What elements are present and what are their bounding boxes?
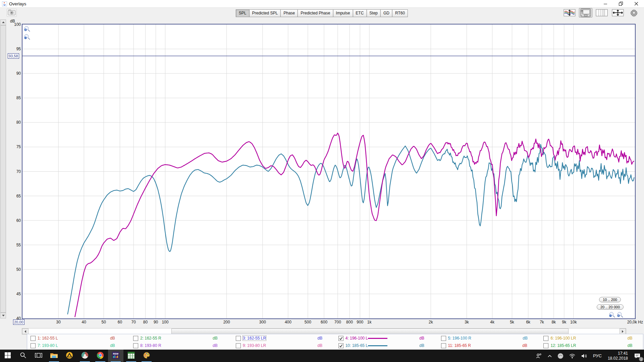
legend-label[interactable]: 2: 162-55 R <box>140 336 161 341</box>
legend-entry: 1: 162-55 LdB <box>27 335 130 342</box>
restore-button[interactable] <box>613 0 629 7</box>
legend-checkbox[interactable] <box>133 343 138 348</box>
minimize-button[interactable] <box>598 0 613 7</box>
y-tick-label: 50 <box>6 267 21 272</box>
legend-checkbox[interactable] <box>31 336 36 341</box>
x-range-10-200-button[interactable]: 10 .. 200 <box>599 297 621 302</box>
tab-gd[interactable]: GD <box>380 9 392 17</box>
scroll-right-arrow[interactable] <box>620 328 626 334</box>
legend-label[interactable]: 9: 193-80 LR <box>243 343 266 348</box>
legend-checkbox[interactable] <box>236 336 241 341</box>
reaper-app[interactable] <box>77 350 93 362</box>
legend-label[interactable]: 4: 196-100 L <box>345 336 368 341</box>
legend-unit-label: dB <box>109 343 115 348</box>
zoom-in-x-icon[interactable] <box>617 312 624 318</box>
task-view-button[interactable] <box>31 350 46 362</box>
legend-label[interactable]: 6: 196-100 LR <box>550 336 576 341</box>
close-button[interactable] <box>629 0 644 7</box>
graph-settings-gear-icon[interactable] <box>627 8 641 17</box>
legend-checkbox[interactable] <box>543 343 548 348</box>
legend-label[interactable]: 8: 193-80 R <box>140 343 161 348</box>
wifi-icon[interactable] <box>567 350 578 362</box>
tab-rt60[interactable]: RT60 <box>392 9 408 17</box>
legend-label[interactable]: 1: 162-55 L <box>38 336 58 341</box>
zoom-out-y-icon[interactable] <box>24 34 31 41</box>
x-tick-label: 1k <box>367 320 372 324</box>
paint-app[interactable] <box>139 350 154 362</box>
legend-label[interactable]: 11: 185-65 R <box>448 343 471 348</box>
legend-checkbox[interactable] <box>31 343 36 348</box>
scroll-left-arrow[interactable] <box>22 328 29 334</box>
file-explorer-app[interactable] <box>46 350 62 362</box>
chrome-app[interactable] <box>93 350 108 362</box>
daemon-tools-app[interactable] <box>62 350 77 362</box>
volume-icon[interactable] <box>579 350 590 362</box>
legend-entry: 7: 193-80 LdB <box>27 342 130 349</box>
x-range-20-20000-button[interactable]: 20 .. 20 000 <box>597 304 624 310</box>
tray-app-icon[interactable] <box>555 350 566 362</box>
legend-checkbox[interactable] <box>133 336 138 341</box>
capture-graph-button[interactable] <box>7 9 17 17</box>
pan-mode-icon[interactable] <box>611 8 625 17</box>
x-tick-label: 100 <box>162 320 168 324</box>
tab-etc[interactable]: ETC <box>353 9 367 17</box>
tab-spl[interactable]: SPL <box>236 9 250 17</box>
rew-app[interactable]: REW <box>108 350 123 362</box>
notifications-icon[interactable]: 1 <box>632 350 643 362</box>
sheets-icon <box>127 352 135 360</box>
traces-scale-icon[interactable] <box>563 8 576 17</box>
language-indicator[interactable]: РУС <box>591 350 604 362</box>
tray-chevron-up-icon[interactable] <box>545 350 554 362</box>
people-icon[interactable] <box>533 350 544 362</box>
tab-step[interactable]: Step <box>366 9 381 17</box>
scroll-down-arrow[interactable] <box>0 313 6 318</box>
taskview-icon <box>35 352 42 360</box>
frequency-bands-icon[interactable] <box>595 8 608 17</box>
controls-panel-icon[interactable] <box>579 8 592 17</box>
legend-unit-label: dB <box>418 336 424 341</box>
tab-phase[interactable]: Phase <box>280 9 298 17</box>
search-button[interactable] <box>15 350 31 362</box>
x-tick-label: 9k <box>562 320 567 324</box>
legend-label[interactable]: 5: 196-100 R <box>448 336 471 341</box>
tab-predicted-phase[interactable]: Predicted Phase <box>298 9 333 17</box>
graph-tabs: SPLPredicted SPLPhasePredicted PhaseImpu… <box>236 9 408 17</box>
legend-label[interactable]: 3: 162-55 LR <box>243 336 266 341</box>
tab-predicted-spl[interactable]: Predicted SPL <box>249 9 281 17</box>
reaper-icon <box>81 352 89 360</box>
spl-plot-area[interactable]: 10 .. 200 20 .. 20 000 <box>22 24 635 318</box>
vertical-scrollbar-thumb[interactable] <box>0 25 6 313</box>
taskbar-clock[interactable]: 17:41 18.02.2018 <box>605 351 631 361</box>
spreadsheet-app[interactable] <box>123 350 139 362</box>
vertical-scrollbar[interactable] <box>0 19 6 318</box>
legend-label[interactable]: 12: 185-65 LR <box>550 343 576 348</box>
measurement-legend: 1: 162-55 LdB2: 162-55 RdB3: 162-55 LRdB… <box>27 334 643 350</box>
zoom-out-x-icon[interactable] <box>609 312 615 318</box>
legend-checkbox[interactable] <box>441 336 446 341</box>
tab-impulse[interactable]: Impulse <box>333 9 353 17</box>
legend-checkbox[interactable] <box>441 343 446 348</box>
x-tick-label: 80 <box>143 320 148 324</box>
notification-badge: 1 <box>639 357 643 361</box>
y-tick-label: 90 <box>6 71 21 76</box>
x-tick-label: 40 <box>82 320 86 324</box>
java-app-icon <box>2 1 7 6</box>
legend-checkbox[interactable] <box>338 336 343 341</box>
x-tick-label: 20,0k Hz <box>627 320 643 324</box>
rew-icon: REW <box>112 351 120 361</box>
legend-checkbox[interactable] <box>338 343 343 348</box>
cursor-db-readout: 93,58 <box>8 53 19 59</box>
legend-checkbox[interactable] <box>543 336 548 341</box>
legend-checkbox[interactable] <box>236 343 241 348</box>
start-button[interactable] <box>0 350 15 362</box>
horizontal-scrollbar-thumb[interactable] <box>171 328 569 334</box>
y-tick-label: 55 <box>6 243 21 247</box>
x-tick-label: 800 <box>346 320 353 324</box>
legend-entry: 11: 185-65 RdB <box>438 342 540 349</box>
legend-label[interactable]: 10: 185-65 L <box>345 343 368 348</box>
legend-label[interactable]: 7: 193-80 L <box>38 343 58 348</box>
zoom-in-y-icon[interactable] <box>24 26 31 33</box>
legend-unit-label: dB <box>316 343 322 348</box>
x-tick-label: 300 <box>259 320 266 324</box>
scroll-up-arrow[interactable] <box>0 19 6 25</box>
